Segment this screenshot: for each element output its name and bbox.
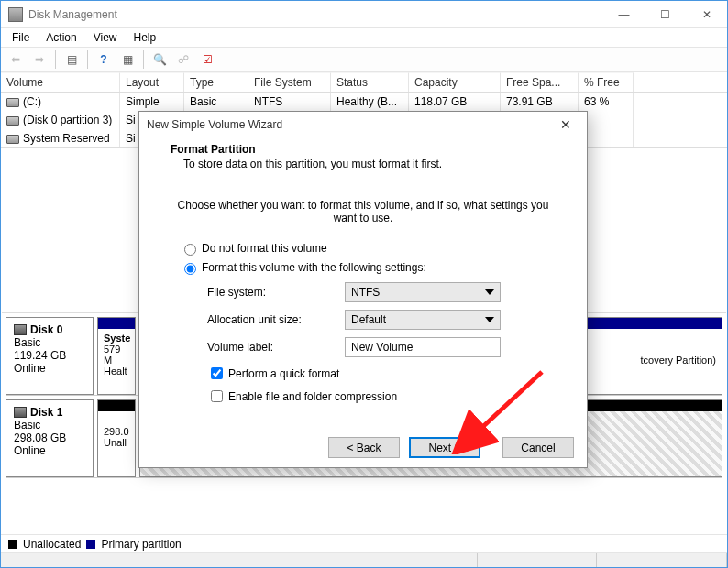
partition-bar <box>98 400 135 411</box>
col-filesystem[interactable]: File System <box>248 72 331 92</box>
help-icon[interactable]: ? <box>93 49 115 70</box>
menu-help[interactable]: Help <box>127 29 164 46</box>
label-filesystem: File system: <box>207 286 345 299</box>
select-allocation-unit[interactable]: Default <box>345 310 501 330</box>
wizard-buttons: < Back Next > Cancel <box>139 428 587 467</box>
app-icon <box>8 7 23 22</box>
col-layout[interactable]: Layout <box>120 72 184 92</box>
label-volume-label: Volume label: <box>207 341 345 354</box>
menu-view[interactable]: View <box>86 29 125 46</box>
wizard-header: Format Partition To store data on this p… <box>139 137 587 180</box>
statusbar <box>1 552 727 567</box>
legend-swatch-primary <box>86 540 95 549</box>
next-button[interactable]: Next > <box>409 437 480 458</box>
disk-icon <box>14 324 27 335</box>
legend-swatch-unallocated <box>8 540 17 549</box>
col-status[interactable]: Status <box>331 72 409 92</box>
col-pctfree[interactable]: % Free <box>579 72 634 92</box>
checkbox-quick-format[interactable] <box>211 367 223 379</box>
wizard-title: New Simple Volume Wizard <box>147 118 552 131</box>
back-icon: ⬅ <box>5 49 27 70</box>
action1-icon: ☍ <box>172 49 194 70</box>
panes-icon[interactable]: ▤ <box>61 49 83 70</box>
radio-no-format[interactable] <box>184 244 196 256</box>
partition-bar <box>98 318 135 329</box>
volume-list-header: Volume Layout Type File System Status Ca… <box>1 72 727 93</box>
menubar: File Action View Help <box>1 28 727 47</box>
maximize-button[interactable]: ☐ <box>645 1 686 27</box>
col-volume[interactable]: Volume <box>1 72 120 92</box>
close-button[interactable]: ✕ <box>686 1 727 27</box>
drive-icon <box>6 116 19 126</box>
col-type[interactable]: Type <box>184 72 248 92</box>
new-simple-volume-wizard: New Simple Volume Wizard ✕ Format Partit… <box>138 111 588 468</box>
checkbox-quick-format-label[interactable]: Perform a quick format <box>228 367 339 380</box>
legend: Unallocated Primary partition <box>1 534 727 552</box>
check-icon[interactable]: ☑ <box>196 49 218 70</box>
radio-format-label[interactable]: Format this volume with the following se… <box>202 261 426 274</box>
disk-info[interactable]: Disk 1 Basic 298.08 GB Online <box>6 399 94 477</box>
close-icon[interactable]: ✕ <box>552 117 579 132</box>
disk-icon <box>14 407 27 418</box>
partition[interactable]: Syste579 MHealt <box>97 317 136 395</box>
back-button[interactable]: < Back <box>328 437 400 458</box>
col-free[interactable]: Free Spa... <box>501 72 579 92</box>
settings-icon[interactable]: ▦ <box>116 49 138 70</box>
input-volume-label[interactable] <box>345 337 501 357</box>
wizard-titlebar[interactable]: New Simple Volume Wizard ✕ <box>139 112 587 137</box>
window-title: Disk Management <box>28 8 603 21</box>
window-titlebar: Disk Management — ☐ ✕ <box>1 1 727 28</box>
legend-label: Primary partition <box>101 538 181 551</box>
drive-icon <box>6 98 19 107</box>
radio-no-format-label[interactable]: Do not format this volume <box>202 242 327 255</box>
partition[interactable]: 298.0Unall <box>97 399 136 477</box>
forward-icon: ➡ <box>28 49 50 70</box>
menu-file[interactable]: File <box>5 29 37 46</box>
cancel-button[interactable]: Cancel <box>502 437 574 458</box>
wizard-heading: Format Partition <box>171 143 256 156</box>
toolbar: ⬅ ➡ ▤ ? ▦ 🔍 ☍ ☑ <box>1 47 727 72</box>
label-allocation-unit: Allocation unit size: <box>207 313 345 326</box>
col-capacity[interactable]: Capacity <box>409 72 501 92</box>
select-filesystem[interactable]: NTFS <box>345 282 501 302</box>
wizard-subheading: To store data on this partition, you mus… <box>183 158 442 170</box>
volume-row[interactable]: (C:) Simple Basic NTFS Healthy (B... 118… <box>1 93 727 111</box>
wizard-intro: Choose whether you want to format this v… <box>171 199 556 224</box>
drive-icon <box>6 135 19 144</box>
legend-label: Unallocated <box>23 538 81 551</box>
checkbox-compression[interactable] <box>211 390 223 402</box>
disk-info[interactable]: Disk 0 Basic 119.24 GB Online <box>6 317 94 395</box>
checkbox-compression-label[interactable]: Enable file and folder compression <box>228 390 397 403</box>
refresh-icon[interactable]: 🔍 <box>149 49 171 70</box>
minimize-button[interactable]: — <box>603 1 645 27</box>
radio-format[interactable] <box>184 263 196 275</box>
menu-action[interactable]: Action <box>39 29 83 46</box>
